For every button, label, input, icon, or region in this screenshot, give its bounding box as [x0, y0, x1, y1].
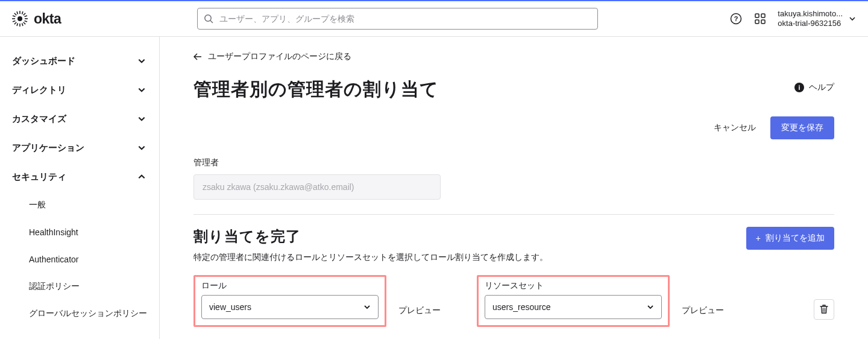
sidebar-sub-global-session[interactable]: グローバルセッションポリシー: [29, 300, 153, 327]
user-org: okta-trial-9632156: [778, 19, 843, 28]
divider: [193, 214, 834, 215]
svg-line-15: [25, 16, 28, 17]
chevron-down-icon: [849, 15, 856, 22]
user-name: takuya.kishimoto...: [778, 9, 843, 19]
role-label: ロール: [201, 280, 379, 291]
svg-rect-21: [755, 14, 759, 17]
complete-title: 割り当てを完了: [193, 227, 834, 246]
admin-field: zsaku zkawa (zsaku.zkawa@atko.email): [193, 174, 441, 200]
search-input[interactable]: [197, 8, 598, 30]
sidebar-item-applications[interactable]: アプリケーション: [12, 133, 153, 162]
page-title: 管理者別の管理者の割り当て: [193, 77, 439, 102]
svg-line-18: [210, 21, 213, 23]
sidebar: ダッシュボード ディレクトリ カスタマイズ アプリケーション セキュリティ 一般…: [0, 37, 160, 339]
main-content: ユーザープロファイルのページに戻る 管理者別の管理者の割り当て i ヘルプ キャ…: [160, 37, 868, 339]
sidebar-item-directory[interactable]: ディレクトリ: [12, 75, 153, 104]
search-icon: [204, 14, 213, 24]
sidebar-item-customize[interactable]: カスタマイズ: [12, 104, 153, 133]
role-preview-link[interactable]: プレビュー: [398, 305, 441, 327]
cancel-button[interactable]: キャンセル: [714, 122, 756, 133]
sidebar-sub-general[interactable]: 一般: [29, 191, 153, 218]
brand-logo[interactable]: okta: [12, 11, 61, 27]
svg-line-13: [13, 16, 16, 17]
trash-icon: [820, 305, 828, 314]
chevron-down-icon: [647, 303, 654, 311]
plus-icon: +: [756, 233, 761, 243]
arrow-left-icon: [193, 53, 202, 60]
svg-line-5: [14, 13, 17, 16]
sidebar-sub-authenticator[interactable]: Authenticator: [29, 246, 153, 273]
okta-sunburst-icon: [12, 11, 28, 27]
admin-label: 管理者: [193, 157, 834, 168]
chevron-down-icon: [137, 57, 146, 65]
sidebar-item-dashboard[interactable]: ダッシュボード: [12, 46, 153, 75]
help-icon[interactable]: ?: [729, 12, 743, 25]
top-bar: okta ? takuya.kishimoto... okta-trial-96…: [0, 0, 868, 37]
chevron-down-icon: [137, 115, 146, 123]
svg-rect-22: [761, 14, 765, 17]
sidebar-sub-auth-policy[interactable]: 認証ポリシー: [29, 273, 153, 300]
brand-name: okta: [34, 11, 61, 27]
svg-rect-23: [755, 20, 759, 24]
apps-grid-icon[interactable]: [753, 12, 767, 25]
svg-line-16: [25, 21, 28, 22]
chevron-down-icon: [363, 303, 371, 311]
svg-point-0: [17, 16, 22, 21]
svg-line-14: [13, 21, 16, 22]
global-search: [197, 8, 598, 30]
svg-line-10: [22, 11, 24, 14]
resource-preview-link[interactable]: プレビュー: [682, 305, 724, 327]
svg-line-6: [24, 22, 26, 25]
role-field-block: ロール view_users: [193, 275, 386, 327]
save-button[interactable]: 変更を保存: [770, 116, 834, 139]
back-link[interactable]: ユーザープロファイルのページに戻る: [193, 51, 351, 62]
resource-label: リソースセット: [485, 280, 662, 291]
user-menu[interactable]: takuya.kishimoto... okta-trial-9632156: [778, 9, 856, 29]
role-select[interactable]: view_users: [201, 295, 379, 319]
add-assignment-button[interactable]: + 割り当てを追加: [746, 227, 834, 250]
svg-text:?: ?: [734, 15, 738, 22]
svg-rect-24: [761, 20, 765, 24]
chevron-down-icon: [137, 86, 146, 94]
svg-line-9: [17, 11, 18, 14]
complete-desc: 特定の管理者に関連付けるロールとリソースセットを選択してロール割り当てを作成しま…: [193, 252, 834, 263]
svg-line-12: [22, 24, 24, 27]
svg-line-7: [24, 13, 26, 16]
svg-line-8: [14, 22, 17, 25]
svg-point-17: [205, 15, 211, 21]
sidebar-item-security[interactable]: セキュリティ: [12, 162, 153, 191]
chevron-up-icon: [137, 173, 146, 181]
info-icon: i: [794, 83, 804, 92]
sidebar-sub-healthinsight[interactable]: HealthInsight: [29, 218, 153, 246]
chevron-down-icon: [137, 144, 146, 152]
help-link[interactable]: i ヘルプ: [794, 82, 834, 93]
delete-assignment-button[interactable]: [814, 299, 834, 320]
svg-line-11: [17, 24, 18, 27]
resource-select[interactable]: users_resource: [485, 295, 662, 319]
resource-field-block: リソースセット users_resource: [477, 275, 670, 327]
